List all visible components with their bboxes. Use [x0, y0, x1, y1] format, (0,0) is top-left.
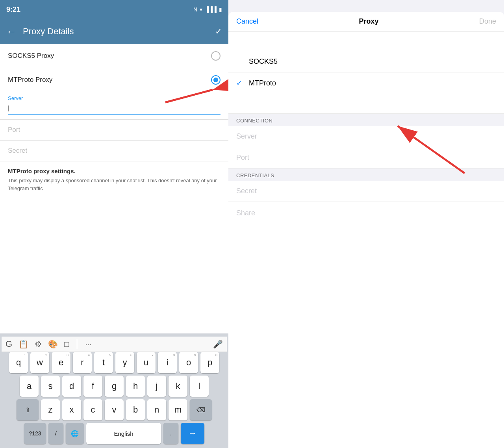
key-w[interactable]: 2w: [30, 352, 49, 373]
key-t[interactable]: 5t: [94, 352, 113, 373]
key-m[interactable]: m: [169, 399, 187, 420]
key-y[interactable]: 6y: [115, 352, 134, 373]
server-row[interactable]: Server: [228, 126, 504, 147]
socks5-radio-circle[interactable]: [211, 51, 220, 61]
android-content: SOCKS5 Proxy MTProto Proxy Server Port S…: [0, 44, 228, 333]
mic-icon[interactable]: 🎤: [213, 339, 223, 349]
credentials-header: CREDENTIALS: [228, 168, 504, 181]
mtproto-radio-circle[interactable]: [211, 75, 220, 85]
connection-header: CONNECTION: [228, 114, 504, 126]
kb-separator: [77, 339, 77, 349]
key-enter[interactable]: →: [181, 423, 204, 444]
confirm-button[interactable]: ✓: [215, 26, 222, 37]
key-space[interactable]: English: [86, 423, 161, 444]
share-row[interactable]: Share: [228, 203, 504, 224]
key-p[interactable]: 0p: [200, 352, 219, 373]
palette-icon[interactable]: 🎨: [48, 339, 58, 349]
mtproto-picker-item[interactable]: ✓ MTProto: [228, 72, 504, 94]
android-status-bar: 9:21 N ▾ ▐▐▐ ▮: [0, 0, 228, 19]
key-shift[interactable]: ⇧: [17, 399, 39, 420]
socks5-label: SOCKS5 Proxy: [8, 52, 54, 60]
key-g[interactable]: g: [105, 376, 124, 397]
signal-icon: ▐▐▐: [205, 6, 217, 13]
key-x[interactable]: x: [62, 399, 81, 420]
socks5-picker-label: SOCKS5: [249, 57, 278, 66]
clipboard-icon[interactable]: 📋: [19, 339, 28, 349]
mtproto-radio-item[interactable]: MTProto Proxy: [0, 68, 228, 92]
keyboard: G 📋 ⚙ 🎨 □ ··· 🎤 1q 2w 3e 4r 5t 6y 7u 8i …: [0, 333, 228, 448]
settings-icon[interactable]: ⚙: [35, 339, 42, 349]
port-field[interactable]: Port: [0, 120, 228, 141]
key-u[interactable]: 7u: [137, 352, 156, 373]
key-l[interactable]: l: [190, 376, 209, 397]
google-icon[interactable]: G: [6, 339, 12, 349]
ios-nav-bar: Cancel Proxy Done: [228, 12, 504, 31]
key-h[interactable]: h: [126, 376, 145, 397]
secret-field[interactable]: Secret: [0, 141, 228, 161]
key-backspace[interactable]: ⌫: [190, 399, 212, 420]
more-icon[interactable]: ···: [85, 340, 92, 349]
key-b[interactable]: b: [126, 399, 145, 420]
cancel-button[interactable]: Cancel: [236, 17, 258, 26]
key-numbers[interactable]: ?123: [24, 423, 46, 444]
key-f[interactable]: f: [83, 376, 102, 397]
mtproto-picker-label: MTProto: [249, 79, 276, 87]
key-s[interactable]: s: [41, 376, 60, 397]
key-globe[interactable]: 🌐: [66, 423, 84, 444]
key-n[interactable]: n: [147, 399, 166, 420]
key-e[interactable]: 3e: [52, 352, 70, 373]
mtproto-check-icon: ✓: [236, 79, 244, 87]
mtproto-label: MTProto Proxy: [8, 76, 52, 84]
toolbar-left: ← Proxy Details: [6, 26, 74, 38]
ios-top-bar: [228, 0, 504, 12]
key-z[interactable]: z: [41, 399, 60, 420]
server-input-group: Server: [0, 92, 228, 120]
socks5-radio-item[interactable]: SOCKS5 Proxy: [0, 44, 228, 68]
key-c[interactable]: c: [83, 399, 102, 420]
android-toolbar: ← Proxy Details ✓: [0, 19, 228, 44]
server-input[interactable]: [8, 103, 220, 115]
ios-panel: Cancel Proxy Done SOCKS5 ✓ MTProto CONNE…: [228, 0, 504, 448]
keyboard-row-1: 1q 2w 3e 4r 5t 6y 7u 8i 9o 0p: [2, 352, 227, 373]
server-label: Server: [8, 95, 220, 101]
key-j[interactable]: j: [147, 376, 166, 397]
key-d[interactable]: d: [62, 376, 81, 397]
key-q[interactable]: 1q: [9, 352, 28, 373]
port-row[interactable]: Port: [228, 147, 504, 168]
battery-icon: ▮: [219, 6, 222, 13]
info-body: This proxy may display a sponsored chann…: [0, 177, 228, 198]
key-dot[interactable]: .: [163, 423, 178, 444]
key-r[interactable]: 4r: [73, 352, 92, 373]
key-i[interactable]: 8i: [158, 352, 177, 373]
socks5-picker-item[interactable]: SOCKS5: [228, 51, 504, 72]
done-button[interactable]: Done: [479, 17, 496, 26]
keyboard-row-4: ?123 / 🌐 English . →: [2, 423, 227, 444]
toolbar-title: Proxy Details: [23, 26, 74, 37]
keyboard-row-2: a s d f g h j k l: [2, 376, 227, 397]
ios-sheet: Cancel Proxy Done SOCKS5 ✓ MTProto CONNE…: [228, 12, 504, 448]
secret-row[interactable]: Secret: [228, 181, 504, 202]
ios-picker-blank-top: [228, 31, 504, 51]
key-a[interactable]: a: [20, 376, 39, 397]
ios-title: Proxy: [359, 17, 378, 26]
sticker-icon[interactable]: □: [64, 340, 69, 349]
keyboard-toolbar: G 📋 ⚙ 🎨 □ ··· 🎤: [2, 337, 227, 352]
wifi-icon: ▾: [200, 6, 202, 13]
key-v[interactable]: v: [105, 399, 124, 420]
ios-picker-blank-bottom: [228, 94, 504, 114]
back-button[interactable]: ←: [6, 26, 17, 38]
key-k[interactable]: k: [169, 376, 187, 397]
android-panel: 9:21 N ▾ ▐▐▐ ▮ ← Proxy Details ✓ SOCKS5 …: [0, 0, 228, 448]
status-icons: N ▾ ▐▐▐ ▮: [193, 6, 222, 13]
nfc-icon: N: [193, 6, 197, 13]
status-time: 9:21: [6, 6, 20, 14]
key-slash[interactable]: /: [48, 423, 63, 444]
key-o[interactable]: 9o: [179, 352, 198, 373]
keyboard-row-3: ⇧ z x c v b n m ⌫: [2, 399, 227, 420]
info-title: MTProto proxy settings.: [0, 161, 228, 177]
